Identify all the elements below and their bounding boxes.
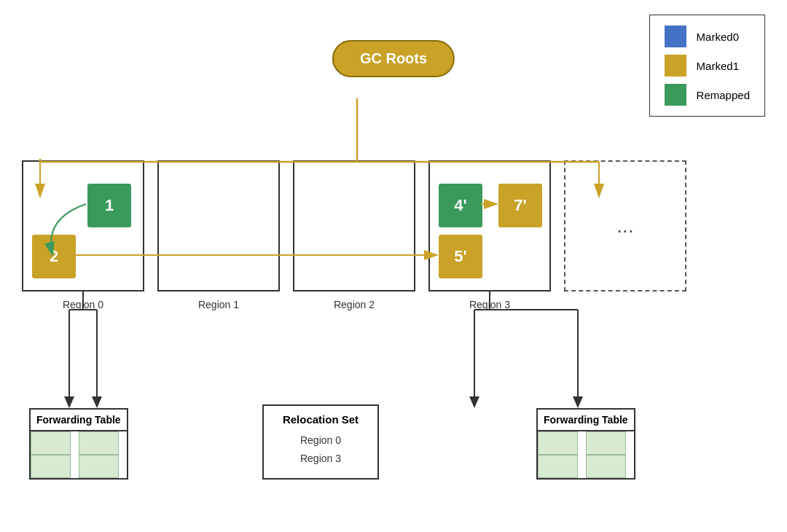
region-3-label: Region 3 — [469, 299, 510, 310]
fwd-table-0-header: Forwarding Table — [31, 410, 127, 431]
legend-label-marked1: Marked1 — [697, 60, 739, 72]
fwd-cell-0-0 — [31, 431, 71, 455]
regions-row: 1 2 Region 0 Region 1 Region 2 4' 7' 5' … — [22, 160, 686, 292]
reloc-set-title: Relocation Set — [277, 413, 364, 426]
relocation-set: Relocation Set Region 0 Region 3 — [262, 404, 379, 480]
fwd-cell-0-2 — [31, 455, 71, 478]
legend-item-marked1: Marked1 — [665, 55, 750, 77]
region-2-box: Region 2 — [293, 160, 415, 292]
fwd-table-3-body — [538, 431, 634, 478]
marked1-swatch — [665, 55, 686, 77]
remapped-swatch — [665, 84, 686, 106]
object-1: 1 — [87, 184, 131, 227]
region-0-box: 1 2 Region 0 — [22, 160, 144, 292]
gc-roots-label: GC Roots — [332, 40, 455, 77]
forwarding-table-3: Forwarding Table — [536, 408, 635, 480]
legend-label-marked0: Marked0 — [697, 31, 739, 43]
legend: Marked0 Marked1 Remapped — [649, 15, 765, 117]
fwd-table-0-body — [31, 431, 127, 478]
reloc-item-1: Region 3 — [277, 450, 364, 468]
reloc-item-0: Region 0 — [277, 431, 364, 450]
region-1-box: Region 1 — [157, 160, 280, 292]
fwd-cell-0-1 — [79, 431, 119, 455]
object-5prime: 5' — [439, 235, 482, 278]
object-2: 2 — [32, 235, 76, 278]
fwd-cell-3-2 — [538, 455, 578, 478]
region-2-label: Region 2 — [334, 299, 375, 310]
fwd-table-3-header: Forwarding Table — [538, 410, 634, 431]
object-4prime: 4' — [439, 184, 482, 227]
marked0-swatch — [665, 26, 686, 47]
fwd-cell-3-0 — [538, 431, 578, 455]
legend-item-remapped: Remapped — [665, 84, 750, 106]
reloc-set-content: Region 0 Region 3 — [277, 431, 364, 468]
region-0-label: Region 0 — [63, 299, 103, 310]
forwarding-table-0: Forwarding Table — [29, 408, 128, 480]
region-more-dots: ... — [616, 214, 633, 238]
fwd-table-0-box: Forwarding Table — [29, 408, 128, 480]
region-more-box: ... — [564, 160, 686, 292]
fwd-cell-3-1 — [586, 431, 626, 455]
legend-item-marked0: Marked0 — [665, 26, 750, 47]
region-3-box: 4' 7' 5' Region 3 — [428, 160, 551, 292]
fwd-table-3-box: Forwarding Table — [536, 408, 635, 480]
region-1-label: Region 1 — [198, 299, 239, 310]
fwd-cell-3-3 — [586, 455, 626, 478]
legend-label-remapped: Remapped — [697, 89, 750, 101]
object-7prime: 7' — [498, 184, 542, 227]
fwd-cell-0-3 — [79, 455, 119, 478]
